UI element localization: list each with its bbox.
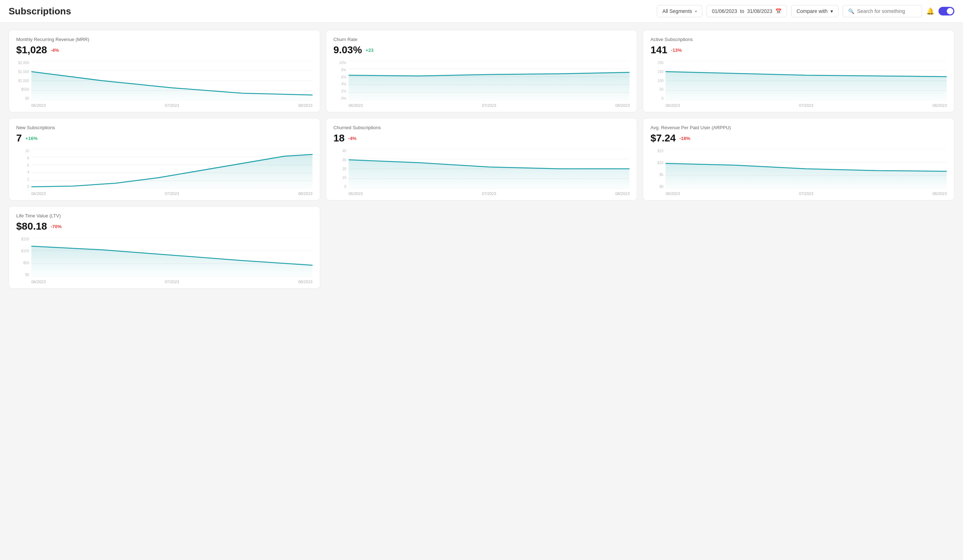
card-badge-arppu: -18% <box>679 136 690 141</box>
toggle-switch[interactable] <box>939 7 954 16</box>
x-label: 07/2023 <box>482 191 496 196</box>
card-title-new_subs: New Subscriptions <box>16 125 313 130</box>
y-label: 4 <box>16 170 29 174</box>
y-label: $15 <box>650 149 663 153</box>
chart-x-labels-churned: 06/202307/202308/2023 <box>349 191 630 196</box>
chart-wrapper-ltv: $150$100$50$0 <box>16 237 313 284</box>
date-to: 31/08/2023 <box>747 8 772 14</box>
y-label: 30 <box>334 158 347 162</box>
y-label: 100 <box>650 79 663 83</box>
card-value-row-new_subs: 7 +16% <box>16 133 313 144</box>
card-new_subs: New Subscriptions 7 +16% 1086420 <box>9 118 320 201</box>
segment-dropdown[interactable]: All Segments ▾ <box>657 5 702 17</box>
x-label: 06/2023 <box>31 280 46 284</box>
y-label: 10% <box>334 61 347 65</box>
x-label: 07/2023 <box>482 103 496 108</box>
card-badge-ltv: -70% <box>51 224 62 229</box>
card-title-arppu: Avg. Revenue Per Paid User (ARPPU) <box>650 125 947 130</box>
card-value-churn: 9.03% <box>334 44 362 56</box>
card-value-row-active: 141 -13% <box>650 44 947 56</box>
chart-x-labels-churn: 06/202307/202308/2023 <box>349 103 630 108</box>
chevron-down-icon: ▾ <box>695 9 697 13</box>
chart-svg-mrr <box>31 61 313 100</box>
card-churn: Churn Rate 9.03% +23 10%8%6%4%2%0% <box>326 30 637 112</box>
y-label: $500 <box>16 87 29 91</box>
x-label: 07/2023 <box>165 191 179 196</box>
y-label: 8 <box>16 156 29 160</box>
y-label: $100 <box>16 249 29 253</box>
y-label: 50 <box>650 87 663 91</box>
search-box[interactable]: 🔍 <box>843 5 922 17</box>
card-value-row-churned: 18 -4% <box>334 133 630 144</box>
chart-wrapper-arppu: $15$10$5$0 <box>650 149 947 196</box>
y-label: 8% <box>334 68 347 72</box>
cards-grid: Monthly Recurring Revenue (MRR) $1,028 -… <box>9 30 954 289</box>
card-badge-new_subs: +16% <box>26 136 38 141</box>
x-label: 08/2023 <box>298 280 313 284</box>
chart-x-labels-arppu: 06/202307/202308/2023 <box>666 191 947 196</box>
x-label: 08/2023 <box>932 103 947 108</box>
y-label: 6 <box>16 163 29 167</box>
x-label: 06/2023 <box>666 103 680 108</box>
card-value-row-ltv: $80.18 -70% <box>16 221 313 232</box>
compare-dropdown[interactable]: Compare with ▾ <box>791 5 838 17</box>
date-range-picker[interactable]: 01/06/2023 to 31/08/2023 📅 <box>707 5 787 17</box>
y-label: $50 <box>16 261 29 265</box>
y-label: 20 <box>334 167 347 171</box>
y-label: $1,000 <box>16 79 29 83</box>
y-label: $5 <box>650 173 663 177</box>
chart-wrapper-churned: 403020100 <box>334 149 630 196</box>
y-label: $0 <box>16 96 29 100</box>
y-label: $150 <box>16 237 29 241</box>
card-value-row-mrr: $1,028 -4% <box>16 44 313 56</box>
y-label: 0 <box>334 185 347 189</box>
chart-x-labels-ltv: 06/202307/202308/2023 <box>31 280 313 284</box>
card-title-churn: Churn Rate <box>334 37 630 42</box>
chart-svg-arppu <box>666 149 947 189</box>
chart-svg-churned <box>349 149 630 189</box>
card-arppu: Avg. Revenue Per Paid User (ARPPU) $7.24… <box>643 118 954 201</box>
x-label: 08/2023 <box>616 103 630 108</box>
search-icon: 🔍 <box>848 8 854 14</box>
compare-label: Compare with <box>797 8 828 14</box>
card-title-active: Active Subscriptions <box>650 37 947 42</box>
x-label: 07/2023 <box>799 191 814 196</box>
y-label: $10 <box>650 161 663 165</box>
card-value-active: 141 <box>650 44 667 56</box>
y-label: 10 <box>334 176 347 180</box>
y-label: 2 <box>16 177 29 181</box>
card-title-churned: Churned Subscriptions <box>334 125 630 130</box>
x-label: 06/2023 <box>349 191 363 196</box>
x-label: 06/2023 <box>349 103 363 108</box>
card-value-churned: 18 <box>334 133 345 144</box>
bell-icon[interactable]: 🔔 <box>926 7 934 15</box>
x-label: 06/2023 <box>31 191 46 196</box>
card-value-row-churn: 9.03% +23 <box>334 44 630 56</box>
card-value-arppu: $7.24 <box>650 133 676 144</box>
header: Subscriptions All Segments ▾ 01/06/2023 … <box>0 0 963 23</box>
y-label: 6% <box>334 75 347 79</box>
card-value-row-arppu: $7.24 -18% <box>650 133 947 144</box>
search-input[interactable] <box>857 8 916 14</box>
y-label: 0% <box>334 96 347 100</box>
card-ltv: Life Time Value (LTV) $80.18 -70% $150$1… <box>9 206 320 289</box>
y-label: $2,000 <box>16 61 29 65</box>
y-label: 10 <box>16 149 29 153</box>
chart-svg-new_subs <box>31 149 313 189</box>
date-from: 01/06/2023 <box>712 8 737 14</box>
chart-svg-ltv <box>31 237 313 277</box>
card-value-new_subs: 7 <box>16 133 22 144</box>
chart-svg-active <box>666 61 947 100</box>
y-label: $1,500 <box>16 70 29 74</box>
chart-wrapper-active: 200150100500 <box>650 61 947 108</box>
x-label: 08/2023 <box>616 191 630 196</box>
calendar-icon: 📅 <box>775 8 781 14</box>
y-label: 0 <box>650 96 663 100</box>
y-label: 2% <box>334 89 347 93</box>
card-title-mrr: Monthly Recurring Revenue (MRR) <box>16 37 313 42</box>
y-label: 4% <box>334 82 347 86</box>
card-value-mrr: $1,028 <box>16 44 47 56</box>
y-label: 40 <box>334 149 347 153</box>
x-label: 08/2023 <box>932 191 947 196</box>
chart-wrapper-new_subs: 1086420 <box>16 149 313 196</box>
